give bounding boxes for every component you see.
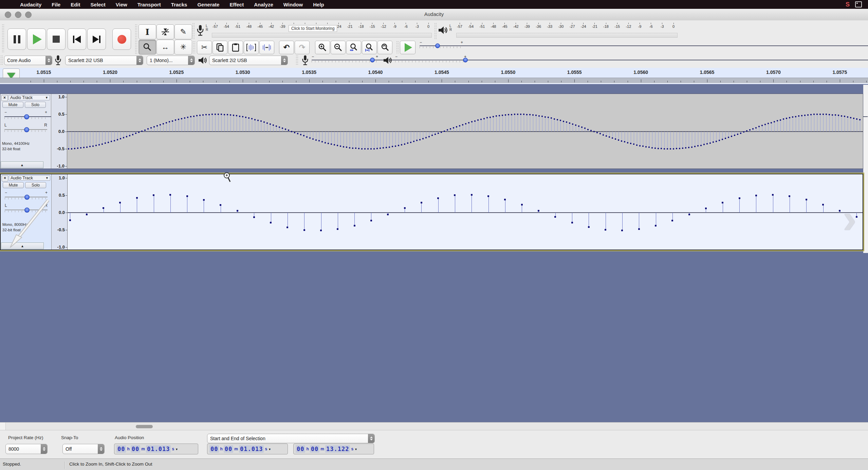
monitor-overlay[interactable]: Click to Start Monitoring xyxy=(289,25,337,32)
menu-item-generate[interactable]: Generate xyxy=(192,2,224,7)
timeshift-tool-button[interactable]: ↔ xyxy=(156,40,174,55)
draw-tool-button[interactable]: ✎ xyxy=(174,24,192,39)
grip-handle[interactable] xyxy=(2,24,4,52)
seconds-value[interactable]: 01.013 xyxy=(239,445,264,453)
timeline-ruler[interactable]: 1.05151.05201.05251.05301.05351.05401.05… xyxy=(0,68,868,84)
scrub-ruler[interactable] xyxy=(0,78,868,83)
menu-item-transport[interactable]: Transport xyxy=(132,2,166,7)
slider-knob[interactable] xyxy=(24,114,29,119)
audio-position-field[interactable]: 00h 00m 01.013s ▾ xyxy=(114,444,198,454)
track-area-background[interactable]: × Audio Track▼ Mute Solo − + L R xyxy=(0,84,868,422)
redo-button[interactable]: ↷ xyxy=(295,41,310,54)
menu-item-window[interactable]: Window xyxy=(278,2,308,7)
status-s-icon[interactable]: S xyxy=(846,1,850,8)
menu-item-tracks[interactable]: Tracks xyxy=(166,2,192,7)
hours-value[interactable]: 00 xyxy=(116,445,126,453)
hours-value[interactable]: 00 xyxy=(296,445,305,453)
undo-button[interactable]: ↶ xyxy=(279,41,294,54)
selection-end-field[interactable]: 00h 00m 13.122s ▾ xyxy=(293,444,374,454)
skip-to-start-button[interactable] xyxy=(68,28,86,50)
grip-handle[interactable] xyxy=(296,56,298,66)
menu-item-help[interactable]: Help xyxy=(308,2,329,7)
hours-value[interactable]: 00 xyxy=(209,445,219,453)
recording-device-dropdown[interactable]: Scarlett 2i2 USB xyxy=(65,56,143,65)
selection-start-field[interactable]: 00h 00m 01.013s ▾ xyxy=(207,444,288,454)
slider-knob[interactable] xyxy=(24,127,29,132)
menu-item-select[interactable]: Select xyxy=(86,2,111,7)
snap-to-dropdown[interactable]: Off xyxy=(62,444,105,454)
silence-audio-button[interactable] xyxy=(259,41,274,54)
slider-knob[interactable] xyxy=(435,43,440,48)
zoom-out-button[interactable] xyxy=(331,41,346,54)
grip-handle[interactable] xyxy=(396,41,399,54)
playback-volume-slider[interactable]: − + xyxy=(395,57,466,64)
mute-button[interactable]: Mute xyxy=(3,182,24,188)
skip-to-end-button[interactable] xyxy=(87,28,106,50)
chevron-right-icon[interactable]: › xyxy=(843,198,856,239)
close-track-button[interactable]: × xyxy=(1,95,8,101)
grip-handle[interactable] xyxy=(192,23,195,40)
zoom-toggle-button[interactable] xyxy=(377,41,392,54)
close-track-button[interactable]: × xyxy=(2,175,8,181)
paste-button[interactable] xyxy=(228,41,243,54)
pan-slider[interactable]: L R xyxy=(4,126,47,133)
menu-item-effect[interactable]: Effect xyxy=(224,2,249,7)
recording-volume-slider[interactable]: − + xyxy=(312,57,378,64)
copy-button[interactable] xyxy=(213,41,227,54)
menu-item-view[interactable]: View xyxy=(111,2,132,7)
menu-item-edit[interactable]: Edit xyxy=(66,2,85,7)
solo-button[interactable]: Solo xyxy=(25,102,46,108)
project-rate-dropdown[interactable]: 8000 xyxy=(5,444,48,454)
waveform-display[interactable] xyxy=(67,94,863,169)
vertical-scale-ruler[interactable]: 1.00.50.0-0.5-1.0 xyxy=(52,174,68,250)
audio-track-2[interactable]: × Audio Track▼ Mute Solo − + L R xyxy=(0,174,863,250)
slider-knob[interactable] xyxy=(463,58,468,62)
menu-item-analyze[interactable]: Analyze xyxy=(249,2,278,7)
selection-tool-button[interactable]: I xyxy=(138,24,156,39)
window-switcher-icon[interactable] xyxy=(855,1,862,7)
fit-project-button[interactable] xyxy=(362,41,377,54)
caret-down-icon[interactable]: ▾ xyxy=(176,447,178,451)
envelope-tool-button[interactable] xyxy=(156,24,174,39)
play-button[interactable] xyxy=(27,28,46,50)
caret-down-icon[interactable]: ▾ xyxy=(355,447,357,451)
mute-button[interactable]: Mute xyxy=(2,102,23,108)
grip-handle[interactable] xyxy=(435,23,437,40)
gain-slider[interactable]: − + xyxy=(4,114,47,120)
recording-channels-dropdown[interactable]: 1 (Mono)... xyxy=(147,56,195,65)
recording-meter[interactable]: LR -57-54-51-48-45-42-39-36-33-30-27-24-… xyxy=(196,22,433,39)
playback-device-dropdown[interactable]: Scarlett 2i2 USB xyxy=(209,56,288,65)
grip-handle[interactable] xyxy=(193,41,196,54)
multi-tool-button[interactable]: ✳ xyxy=(174,40,192,55)
menu-item-audacity[interactable]: Audacity xyxy=(15,2,47,7)
minutes-value[interactable]: 00 xyxy=(310,445,319,453)
menu-item-file[interactable]: File xyxy=(47,2,66,7)
collapse-track-button[interactable]: ▲ xyxy=(1,161,43,168)
cut-button[interactable]: ✂ xyxy=(197,41,212,54)
pause-button[interactable] xyxy=(7,28,26,50)
selection-mode-dropdown[interactable]: Start and End of Selection xyxy=(207,434,375,443)
audio-host-dropdown[interactable]: Core Audio xyxy=(4,56,52,65)
seconds-value[interactable]: 01.013 xyxy=(146,445,171,453)
vertical-scale-ruler[interactable]: 1.00.50.0-0.5-1.0 xyxy=(51,94,67,169)
horizontal-scrollbar[interactable] xyxy=(0,422,868,430)
track-title-menu[interactable]: Audio Track▼ xyxy=(9,175,50,181)
track-title-menu[interactable]: Audio Track▼ xyxy=(8,95,50,100)
playback-speed-slider[interactable]: − + xyxy=(420,43,463,50)
stop-button[interactable] xyxy=(47,28,66,50)
playback-meter[interactable]: LR -57-54-51-48-45-42-39-36-33-30-27-24-… xyxy=(438,22,680,39)
caret-down-icon[interactable]: ▾ xyxy=(269,447,271,451)
scrollbar-thumb[interactable] xyxy=(136,425,153,428)
solo-button[interactable]: Solo xyxy=(25,182,46,188)
record-button[interactable] xyxy=(112,28,131,50)
play-at-speed-button[interactable] xyxy=(400,41,415,54)
grip-handle[interactable] xyxy=(135,24,137,54)
audio-track-1[interactable]: × Audio Track▼ Mute Solo − + L R xyxy=(0,94,863,169)
grip-handle[interactable] xyxy=(1,56,3,66)
minutes-value[interactable]: 00 xyxy=(224,445,233,453)
zoom-in-button[interactable] xyxy=(315,41,330,54)
waveform-display[interactable] xyxy=(68,174,863,250)
zoom-tool-button[interactable] xyxy=(138,40,156,55)
seconds-value[interactable]: 13.122 xyxy=(325,445,350,453)
trim-audio-button[interactable] xyxy=(244,41,259,54)
